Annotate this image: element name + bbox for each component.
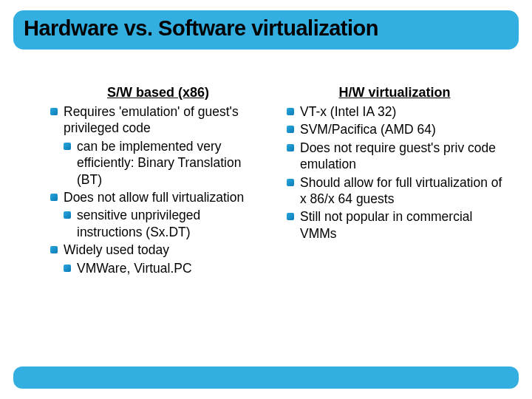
content-area: S/W based (x86) Requires 'emulation' of … bbox=[0, 50, 532, 278]
left-column: S/W based (x86) Requires 'emulation' of … bbox=[50, 85, 266, 278]
list-item-text: VT-x (Intel IA 32) bbox=[300, 104, 396, 119]
page-title: Hardware vs. Software virtualization bbox=[24, 16, 508, 41]
right-column: H/W virtualization VT-x (Intel IA 32) SV… bbox=[287, 85, 502, 278]
title-bar: Hardware vs. Software virtualization bbox=[13, 10, 519, 50]
list-item-text: Should allow for full virtualization of … bbox=[300, 175, 502, 206]
list-item: sensitive unprivileged instructions (Sx.… bbox=[64, 207, 266, 240]
sub-list: sensitive unprivileged instructions (Sx.… bbox=[64, 207, 266, 240]
list-item-text: sensitive unprivileged instructions (Sx.… bbox=[77, 208, 200, 239]
sub-list: VMWare, Virtual.PC bbox=[64, 260, 266, 276]
list-item: Requires 'emulation' of guest's privileg… bbox=[50, 103, 266, 188]
list-item: Does not allow full virtualization sensi… bbox=[50, 189, 266, 240]
list-item: Still not popular in commercial VMMs bbox=[287, 208, 502, 242]
list-item-text: Does not allow full virtualization bbox=[64, 190, 244, 205]
list-item-text: can be implemented very efficiently: Bin… bbox=[77, 139, 241, 187]
sub-list: can be implemented very efficiently: Bin… bbox=[64, 138, 266, 188]
list-item-text: VMWare, Virtual.PC bbox=[77, 261, 192, 276]
list-item-text: Still not popular in commercial VMMs bbox=[300, 209, 472, 240]
list-item: VT-x (Intel IA 32) bbox=[287, 103, 502, 120]
list-item-text: Requires 'emulation' of guest's privileg… bbox=[64, 104, 239, 135]
list-item: Should allow for full virtualization of … bbox=[287, 174, 502, 208]
left-list: Requires 'emulation' of guest's privileg… bbox=[50, 103, 266, 276]
list-item-text: Widely used today bbox=[64, 242, 169, 257]
list-item: VMWare, Virtual.PC bbox=[64, 260, 266, 276]
left-heading: S/W based (x86) bbox=[50, 85, 266, 100]
list-item: can be implemented very efficiently: Bin… bbox=[64, 138, 266, 188]
bottom-bar bbox=[13, 366, 519, 389]
list-item: Widely used today VMWare, Virtual.PC bbox=[50, 242, 266, 276]
list-item-text: Does not require guest's priv code emula… bbox=[300, 140, 496, 171]
list-item: SVM/Pacifica (AMD 64) bbox=[287, 121, 502, 137]
list-item-text: SVM/Pacifica (AMD 64) bbox=[300, 122, 436, 137]
list-item: Does not require guest's priv code emula… bbox=[287, 140, 502, 173]
right-list: VT-x (Intel IA 32) SVM/Pacifica (AMD 64)… bbox=[287, 103, 502, 242]
right-heading: H/W virtualization bbox=[287, 85, 502, 100]
